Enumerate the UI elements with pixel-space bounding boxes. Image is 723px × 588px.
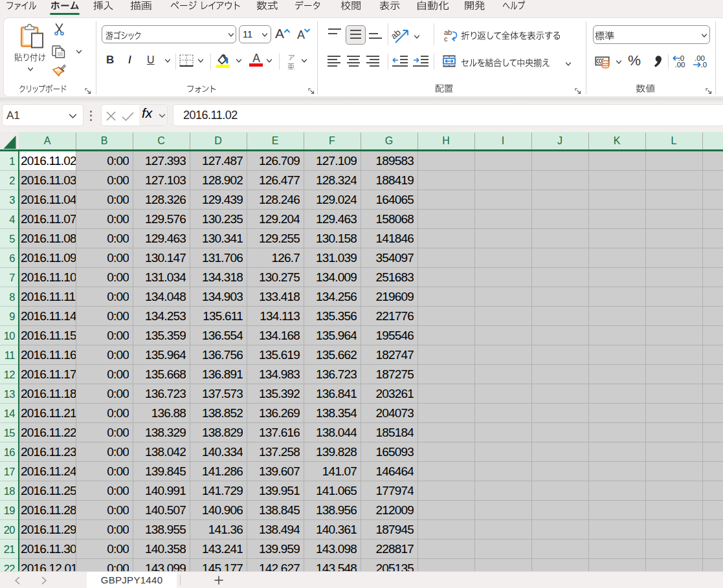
svg-text:.0: .0 [701,61,707,69]
svg-text:c: c [444,35,448,43]
svg-text:.00: .00 [675,61,685,69]
svg-text:ab: ab [392,27,403,41]
